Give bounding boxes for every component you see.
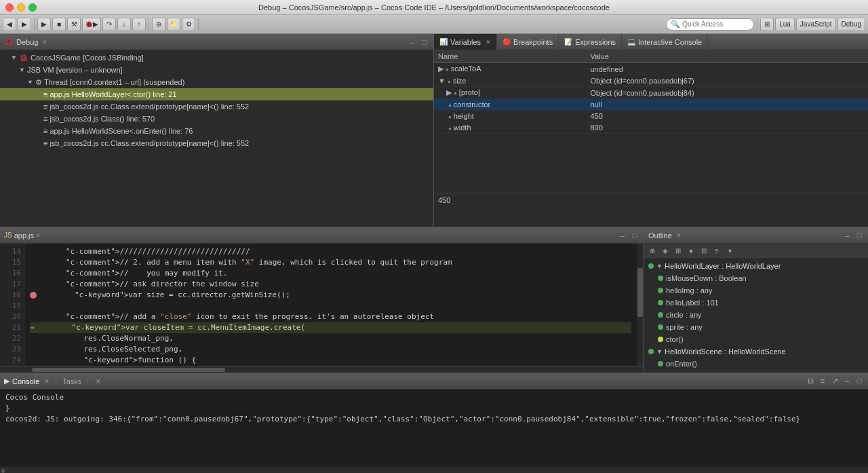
outline-btn-6[interactable]: ≡ bbox=[711, 247, 722, 254]
outline-tree[interactable]: ▼ HelloWorldLayer : HelloWorldLayerisMou… bbox=[644, 259, 868, 373]
close-button[interactable] bbox=[5, 3, 14, 12]
console-line: Cocos Console bbox=[5, 392, 863, 403]
outline-item[interactable]: ctor() bbox=[644, 333, 868, 345]
tree-item[interactable]: ▼JSB VM [version – unknown] bbox=[0, 64, 433, 76]
console-tab-tasks[interactable]: Tasks bbox=[62, 377, 81, 385]
variables-tab-expressions[interactable]: 📝Expressions bbox=[559, 34, 622, 50]
h-scrollbar-thumb[interactable] bbox=[32, 368, 225, 372]
code-tab-close[interactable]: ✕ bbox=[35, 232, 41, 239]
debug-maximize-icon[interactable]: □ bbox=[420, 38, 429, 46]
outline-maximize-icon[interactable]: □ bbox=[854, 231, 864, 240]
search-input[interactable] bbox=[682, 20, 749, 28]
variable-row[interactable]: ●width800 bbox=[434, 122, 868, 134]
console-controls: ⊟ ≡ ↗ – □ bbox=[806, 377, 864, 385]
outline-btn-3[interactable]: ⊞ bbox=[673, 247, 684, 254]
outline-item[interactable]: ▼ HelloWorldLayer : HelloWorldLayer bbox=[644, 260, 868, 272]
outline-minimize-icon[interactable]: – bbox=[842, 231, 852, 240]
var-value: null bbox=[587, 99, 869, 111]
outline-btn-1[interactable]: ⊕ bbox=[647, 247, 658, 254]
outline-btn-collapse[interactable]: ▾ bbox=[724, 247, 735, 254]
console-tab-console[interactable]: Console bbox=[12, 377, 39, 385]
debug-tree[interactable]: ▼🐞CocosJSGame [Cocos JSBinding]▼JSB VM [… bbox=[0, 50, 433, 227]
outline-item[interactable]: helloLabel : 101 bbox=[644, 297, 868, 309]
variables-table: Name Value ▶●scaleToAundefined▼●sizeObje… bbox=[434, 50, 868, 193]
code-panel-controls: – □ bbox=[618, 231, 639, 240]
toolbar-perspective-btn[interactable]: ⊞ bbox=[760, 18, 774, 31]
console-maximize-icon[interactable]: □ bbox=[854, 377, 864, 385]
tree-item[interactable]: ▼⚙Thread [conn0.context1 – url] (suspend… bbox=[0, 76, 433, 88]
outline-btn-4[interactable]: ● bbox=[686, 247, 696, 254]
variables-tab-variables[interactable]: 📊Variables✕ bbox=[434, 34, 497, 50]
console-h-thumb[interactable] bbox=[1, 469, 5, 473]
console-hscrollbar[interactable] bbox=[0, 468, 868, 473]
code-editor[interactable]: 1415161718192021222324 "c-comment">/////… bbox=[0, 244, 644, 366]
variable-row[interactable]: ▼●sizeObject (id=conn0.pausedobj67) bbox=[434, 75, 868, 87]
toolbar-btn-settings[interactable]: ⚙ bbox=[182, 18, 195, 31]
variable-row[interactable]: ●constructornull bbox=[434, 99, 868, 111]
tree-item[interactable]: ≡jsb_cocos2d.js cc.Class.extend/prototyp… bbox=[0, 137, 433, 149]
outline-item-label: ctor() bbox=[666, 335, 684, 343]
minimize-button[interactable] bbox=[17, 3, 25, 12]
tree-item[interactable]: ≡jsb_cocos2d.js cc.Class.extend/prototyp… bbox=[0, 100, 433, 113]
outline-item[interactable]: circle : any bbox=[644, 309, 868, 321]
console-close[interactable]: ✕ bbox=[96, 378, 101, 385]
toolbar-btn-stop[interactable]: ■ bbox=[52, 18, 66, 31]
code-minimize-icon[interactable]: – bbox=[618, 231, 627, 240]
console-section: ▶ Console✕|Tasks| ✕ ⊟ ≡ ↗ – □ Cocos Cons… bbox=[0, 373, 868, 473]
variable-row[interactable]: ▶●scaleToAundefined bbox=[434, 63, 868, 75]
var-name: [proto] bbox=[459, 88, 480, 96]
tree-arrow-icon: ▼ bbox=[11, 54, 18, 61]
javascript-label[interactable]: JavaScript bbox=[796, 18, 836, 31]
toolbar-btn-forward[interactable]: ▶ bbox=[18, 18, 31, 31]
outline-item[interactable]: helloImg : any bbox=[644, 284, 868, 297]
code-panel: JS app.js ✕ – □ 1415161718192021222324 "… bbox=[0, 227, 644, 373]
outline-item[interactable]: onEnter() bbox=[644, 358, 868, 370]
console-pin-icon[interactable]: ↗ bbox=[830, 377, 840, 385]
variable-row[interactable]: ▶●[proto]Object (id=conn0.pausedobj84) bbox=[434, 87, 868, 99]
variable-row[interactable]: ●height450 bbox=[434, 111, 868, 122]
toolbar-btn-step-into[interactable]: ↓ bbox=[117, 18, 131, 31]
tree-item[interactable]: ≡app.js HelloWorldScene<.onEnter() line:… bbox=[0, 125, 433, 137]
console-tab-close[interactable]: ✕ bbox=[44, 378, 50, 385]
outline-item[interactable]: isMouseDown : Boolean bbox=[644, 272, 868, 284]
code-content[interactable]: "c-comment">////////////////////////////… bbox=[24, 244, 637, 366]
main-toolbar: ◀ ▶ ▶ ■ ⚒ 🐞▶ ↷ ↓ ↑ ⊕ 📁 ⚙ 🔍 ⊞ Lua JavaScr… bbox=[0, 15, 868, 34]
outline-dot-icon bbox=[658, 324, 663, 330]
tab-close-icon[interactable]: ✕ bbox=[486, 39, 491, 45]
variables-tab-breakpoints[interactable]: 🔴Breakpoints bbox=[497, 34, 559, 50]
console-clear-icon[interactable]: ⊟ bbox=[806, 377, 815, 385]
debug-minimize-icon[interactable]: – bbox=[408, 38, 417, 46]
outline-dot-icon bbox=[658, 361, 663, 366]
outline-btn-5[interactable]: ⊟ bbox=[698, 247, 709, 254]
outline-item[interactable]: ▼ HelloWorldScene : HelloWorldScene bbox=[644, 345, 868, 358]
debug-label[interactable]: Debug bbox=[837, 18, 865, 31]
toolbar-btn-run[interactable]: ▶ bbox=[37, 18, 51, 31]
quick-access-search[interactable]: 🔍 bbox=[666, 18, 754, 31]
toolbar-btn-files[interactable]: 📁 bbox=[167, 18, 180, 31]
outline-close[interactable]: ✕ bbox=[676, 232, 682, 239]
toolbar-btn-back[interactable]: ◀ bbox=[3, 18, 16, 31]
outline-item[interactable]: sprite : any bbox=[644, 321, 868, 333]
tree-item[interactable]: ≡jsb_cocos2d.js Class() line: 570 bbox=[0, 113, 433, 125]
code-maximize-icon[interactable]: □ bbox=[630, 231, 639, 240]
code-line: "c-comment">// ask director the window s… bbox=[30, 279, 631, 290]
toolbar-btn-step-over[interactable]: ↷ bbox=[102, 18, 116, 31]
toolbar-btn-breakpoint[interactable]: ⊕ bbox=[152, 18, 165, 31]
maximize-button[interactable] bbox=[28, 3, 37, 12]
tree-item[interactable]: ≡app.js HelloWorldLayer<.ctor() line: 21 bbox=[0, 88, 433, 100]
toolbar-btn-build[interactable]: ⚒ bbox=[67, 18, 81, 31]
tree-item[interactable]: ▼🐞CocosJSGame [Cocos JSBinding] bbox=[0, 52, 433, 64]
lua-label[interactable]: Lua bbox=[775, 18, 795, 31]
code-scrollbar[interactable] bbox=[637, 244, 644, 366]
console-filter-icon[interactable]: ≡ bbox=[818, 377, 827, 385]
outline-btn-2[interactable]: ◈ bbox=[660, 247, 671, 254]
toolbar-btn-step-out[interactable]: ↑ bbox=[132, 18, 146, 31]
debug-panel-close[interactable]: ✕ bbox=[42, 39, 47, 45]
toolbar-btn-debug-run[interactable]: 🐞▶ bbox=[82, 18, 101, 31]
code-line bbox=[30, 301, 631, 311]
horizontal-scrollbar[interactable] bbox=[0, 366, 644, 373]
outline-dot-icon bbox=[658, 337, 663, 342]
scrollbar-thumb[interactable] bbox=[637, 268, 643, 317]
variables-tab-interactive-console[interactable]: 💻Interactive Console bbox=[622, 34, 708, 50]
console-minimize-icon[interactable]: – bbox=[842, 377, 852, 385]
